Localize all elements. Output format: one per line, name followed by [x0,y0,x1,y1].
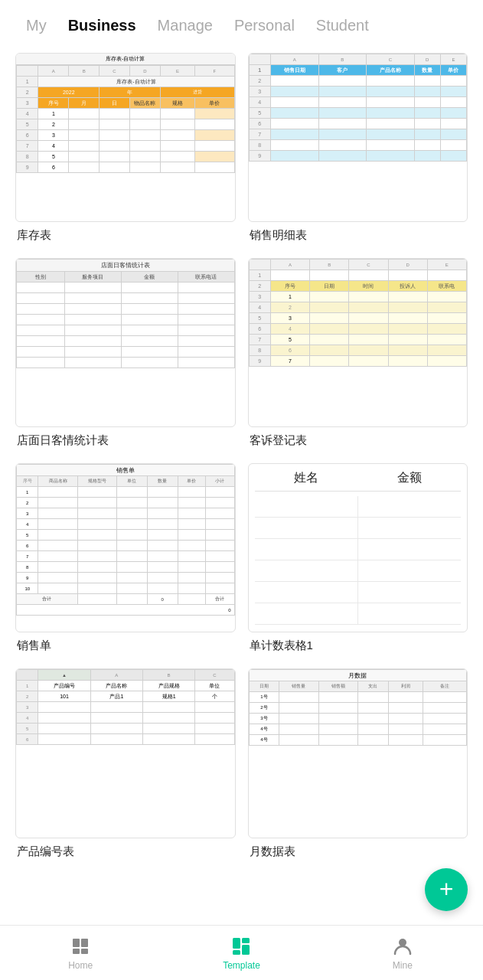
svg-point-8 [399,939,406,946]
template-card-danjishu[interactable]: 姓名 金额 [248,463,468,632]
template-label-danjishu: 单计数表格1 [248,639,468,653]
bottom-nav-home[interactable]: Home [0,936,161,971]
template-item-dianmian: 店面日客情统计表 性别 服务项目 金额 联系电话 [15,258,236,448]
na-name-header: 姓名 [255,470,358,486]
svg-rect-6 [242,945,250,955]
template-label-kucun: 库存表 [15,228,236,243]
template-card-xiaoshou-mingxi[interactable]: A B C D E 1 销售日期 客户 产品名称 数 [248,53,468,222]
template-grid: 库存表-自动计算 [15,53,468,859]
main-content: 库存表-自动计算 [0,45,483,920]
fab-plus-icon: + [439,877,454,901]
template-card-yueshuju[interactable]: 月数据 日期 销售量 销售额 支出 利润 备注 1号 2号 [248,668,468,838]
nav-business[interactable]: Business [57,14,147,38]
fab-button[interactable]: + [425,868,468,911]
svg-rect-3 [81,949,88,954]
svg-rect-4 [233,938,240,949]
template-label-kesu: 客诉登记表 [248,433,468,448]
template-label-dianmian: 店面日客情统计表 [15,433,236,448]
nav-personal[interactable]: Personal [224,14,305,38]
template-item-kucun: 库存表-自动计算 [15,53,236,243]
template-item-xiaoshoudan: 销售单 序号 商品名称 规格型号 单位 数量 单价 小计 [15,463,236,653]
template-item-danjishu: 姓名 金额 单计数表格1 [248,463,468,653]
nav-my[interactable]: My [15,14,57,38]
bottom-navigation: Home Template Mine [0,925,483,980]
nav-manage[interactable]: Manage [147,14,224,38]
template-card-kucun[interactable]: 库存表-自动计算 [15,53,236,222]
template-card-kesu[interactable]: A B C D E 1 2 [248,258,468,427]
template-item-yueshuju: 月数据 日期 销售量 销售额 支出 利润 备注 1号 2号 [248,668,468,858]
svg-rect-7 [233,950,240,955]
template-label-xiaoshou-mingxi: 销售明细表 [248,228,468,243]
template-item-xiaoshou-mingxi: A B C D E 1 销售日期 客户 产品名称 数 [248,53,468,243]
template-icon [230,936,252,957]
template-card-product[interactable]: ▲ A B C 1 产品编号 产品名称 产品规格 单位 [15,668,236,838]
top-navigation: My Business Manage Personal Student [0,0,483,45]
bottom-nav-template[interactable]: Template [161,936,321,971]
template-label-product: 产品编号表 [15,844,236,859]
na-amount-header: 金额 [357,470,461,486]
svg-rect-2 [73,949,80,954]
template-item-kesu: A B C D E 1 2 [248,258,468,448]
svg-rect-0 [73,939,80,947]
template-label-yueshuju: 月数据表 [248,844,468,859]
bottom-nav-home-label: Home [68,960,93,971]
bottom-nav-mine-label: Mine [393,960,413,971]
nav-student[interactable]: Student [305,14,380,38]
bottom-nav-mine[interactable]: Mine [322,936,483,971]
template-card-dianmian[interactable]: 店面日客情统计表 性别 服务项目 金额 联系电话 [15,258,236,427]
svg-rect-5 [242,938,250,943]
mine-icon [392,936,413,957]
na-header: 姓名 金额 [255,470,462,492]
template-item-product: ▲ A B C 1 产品编号 产品名称 产品规格 单位 [15,668,236,858]
template-label-xiaoshoudan: 销售单 [15,639,236,653]
template-card-xiaoshoudan[interactable]: 销售单 序号 商品名称 规格型号 单位 数量 单价 小计 [15,463,236,632]
bottom-nav-template-label: Template [223,960,260,971]
svg-rect-1 [81,939,88,947]
home-icon [70,936,91,957]
